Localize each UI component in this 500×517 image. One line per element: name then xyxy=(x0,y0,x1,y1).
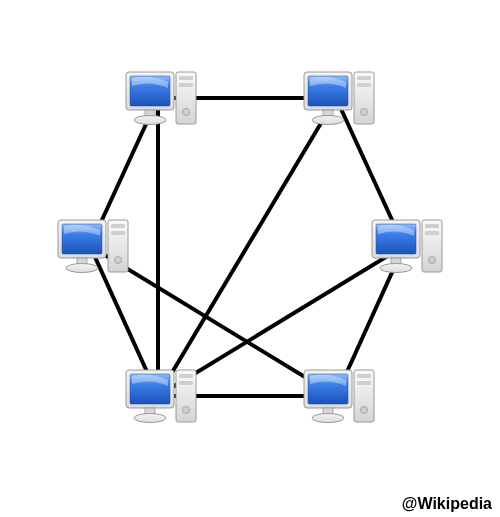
node-bottom-left xyxy=(126,370,196,423)
node-bottom-right xyxy=(304,370,374,423)
network-diagram xyxy=(0,0,500,517)
node-top-right xyxy=(304,72,374,125)
node-mid-right xyxy=(372,220,442,273)
edge-top-right-bottom-left xyxy=(158,98,336,396)
attribution-text: @Wikipedia xyxy=(402,495,492,513)
node-top-left xyxy=(126,72,196,125)
network-edges xyxy=(90,98,404,396)
node-mid-left xyxy=(58,220,128,273)
network-nodes xyxy=(58,72,442,423)
